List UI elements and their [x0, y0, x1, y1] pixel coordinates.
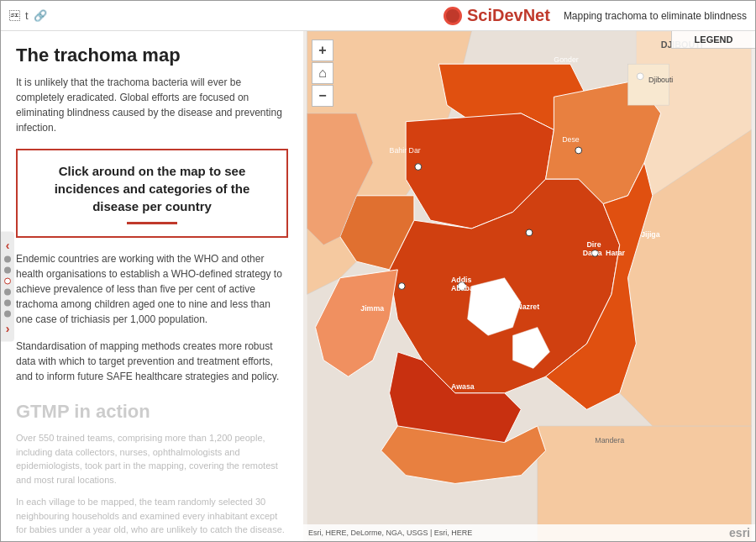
nav-dot-5[interactable] — [4, 299, 11, 306]
attribution-text: Esri, HERE, DeLorme, NGA, USGS | Esri, H… — [308, 529, 472, 537]
cta-box: Click around on the map to see incidence… — [16, 149, 288, 238]
svg-point-8 — [637, 73, 643, 80]
map-attribution: Esri, HERE, DeLorme, NGA, USGS | Esri, H… — [303, 524, 755, 541]
nav-down-arrow[interactable]: › — [6, 321, 10, 334]
gtmp-heading: GTMP in action — [16, 401, 288, 423]
left-panel: ‹ › The trachoma map It is unlikely that… — [1, 31, 303, 541]
nav-dot-1[interactable] — [4, 255, 11, 262]
djibouti-city-label: Djibouti — [648, 76, 673, 84]
top-bar:  t 🔗 SciDevNet Mapping trachoma to elim… — [1, 1, 755, 31]
dire-dawa-label2: Dawa — [583, 249, 602, 257]
map-svg[interactable]: DJIBOUTI Djibouti Gonder Bahir Dar Dese … — [303, 31, 755, 541]
nav-dot-3[interactable] — [4, 277, 11, 284]
zoom-out-button[interactable]: − — [312, 85, 333, 107]
svg-point-4 — [415, 164, 422, 171]
mandera-label: Mandera — [595, 436, 624, 445]
nazret-label: Nazret — [517, 303, 539, 311]
logo-text[interactable]: SciDevNet — [467, 6, 550, 25]
page-title: The trachoma map — [16, 45, 288, 66]
zoom-in-button[interactable]: + — [312, 39, 333, 61]
facebook-icon[interactable]:  — [9, 9, 20, 22]
jijiga-label: Jijiga — [641, 230, 660, 239]
svg-point-5 — [526, 229, 533, 236]
cta-divider — [127, 222, 177, 224]
nav-dot-6[interactable] — [4, 310, 11, 317]
intro-text: It is unlikely that the trachoma bacteri… — [16, 75, 288, 135]
dese-label: Dese — [562, 135, 580, 144]
map-controls: + ⌂ − — [312, 39, 333, 107]
home-button[interactable]: ⌂ — [312, 62, 333, 84]
nav-up-arrow[interactable]: ‹ — [6, 238, 10, 251]
twitter-icon[interactable]: t — [25, 9, 29, 22]
addis-ababa-label2: Ababa — [451, 284, 474, 292]
map-legend-bar: LEGEND — [671, 31, 755, 49]
awasa-label: Awasa — [451, 382, 475, 391]
main-content: ‹ › The trachoma map It is unlikely that… — [1, 31, 755, 541]
cta-text: Click around on the map to see incidence… — [33, 162, 271, 215]
gonder-label: Gonder — [554, 55, 578, 64]
svg-point-6 — [398, 283, 405, 290]
jimma-label: Jimma — [360, 304, 384, 313]
gtmp-text-1: Over 550 trained teams, comprising more … — [16, 431, 288, 487]
page-subtitle: Mapping trachoma to eliminate blindness — [564, 10, 747, 22]
gtmp-text-2: In each village to be mapped, the team r… — [16, 495, 288, 537]
esri-logo: esri — [729, 526, 750, 539]
link-icon[interactable]: 🔗 — [34, 9, 47, 22]
bahir-dar-label: Bahir Dar — [390, 146, 421, 155]
svg-point-3 — [575, 147, 582, 154]
nav-dot-2[interactable] — [4, 266, 11, 273]
logo-circle — [444, 7, 462, 25]
social-icons:  t 🔗 — [9, 9, 47, 22]
side-nav: ‹ › — [1, 231, 14, 341]
body-text-2: Standardisation of mapping methods creat… — [16, 339, 288, 384]
dire-dawa-label: Dire — [587, 240, 601, 249]
logo-area: SciDevNet — [444, 6, 550, 25]
harar-label: Harar — [606, 249, 626, 257]
addis-ababa-label: Addis — [451, 276, 472, 284]
svg-rect-1 — [627, 64, 669, 105]
nav-dot-4[interactable] — [4, 288, 11, 295]
map-area[interactable]: LEGEND + ⌂ − — [303, 31, 755, 541]
body-text-1: Endemic countries are working with the W… — [16, 251, 288, 327]
